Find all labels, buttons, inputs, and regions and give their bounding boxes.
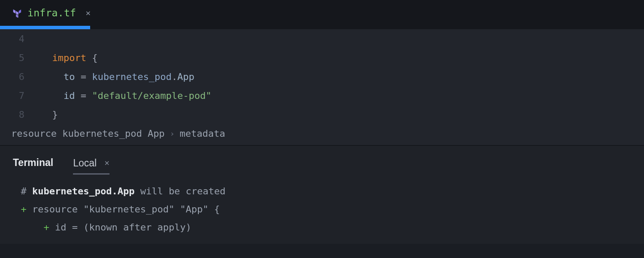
terminal-line: + resource "kubernetes_pod" "App" { <box>9 200 635 218</box>
code-line[interactable]: 7 id = "default/example-pod" <box>0 86 644 105</box>
svg-marker-0 <box>13 9 16 14</box>
editor-tabstrip: infra.tf × <box>0 0 644 26</box>
chevron-right-icon: › <box>170 129 175 138</box>
code-content[interactable]: } <box>41 109 58 120</box>
line-number: 6 <box>0 71 41 82</box>
line-number: 4 <box>0 34 41 44</box>
breadcrumb-segment[interactable]: resource kubernetes_pod App <box>11 128 165 139</box>
terminal-tab-label: Local <box>73 157 97 169</box>
file-tab-label: infra.tf <box>27 7 76 18</box>
code-content[interactable]: to = kubernetes_pod.App <box>41 71 194 82</box>
terminal-line: + id = (known after apply) <box>9 218 635 236</box>
tab-progress-track <box>0 26 644 29</box>
code-line[interactable]: 6 to = kubernetes_pod.App <box>0 67 644 86</box>
line-number: 7 <box>0 90 41 101</box>
terraform-icon <box>12 8 21 18</box>
line-number: 5 <box>0 52 41 63</box>
close-icon[interactable]: × <box>104 158 109 168</box>
code-line[interactable]: 5 import { <box>0 48 644 67</box>
tab-progress-bar <box>0 26 90 29</box>
code-editor[interactable]: 45 import {6 to = kubernetes_pod.App7 id… <box>0 29 644 124</box>
breadcrumb[interactable]: resource kubernetes_pod App › metadata <box>0 124 644 145</box>
code-content[interactable]: import { <box>41 52 97 63</box>
code-line[interactable]: 8 } <box>0 105 644 124</box>
code-content[interactable]: id = "default/example-pod" <box>41 90 211 101</box>
terminal-panel-title[interactable]: Terminal <box>13 157 53 175</box>
file-tab-infra[interactable]: infra.tf × <box>0 0 100 26</box>
terminal-panel-header: Terminal Local × <box>0 145 644 175</box>
close-icon[interactable]: × <box>85 8 91 18</box>
terminal-tab-local[interactable]: Local × <box>73 157 109 175</box>
terminal-line: # kubernetes_pod.App will be created <box>9 182 635 200</box>
breadcrumb-segment[interactable]: metadata <box>179 128 225 139</box>
terminal-output[interactable]: # kubernetes_pod.App will be created + r… <box>0 175 644 244</box>
code-line[interactable]: 4 <box>0 29 644 48</box>
line-number: 8 <box>0 109 41 120</box>
svg-marker-2 <box>19 9 21 14</box>
